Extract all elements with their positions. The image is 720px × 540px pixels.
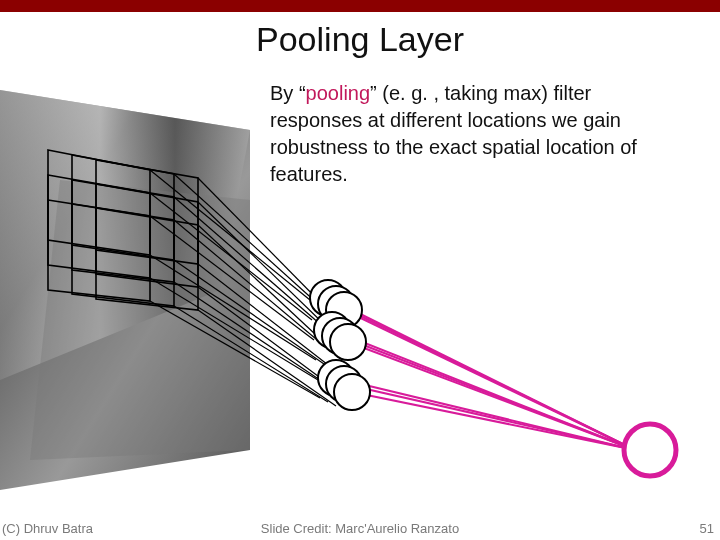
svg-line-35 xyxy=(352,392,635,450)
feature-circles xyxy=(310,280,370,410)
output-node xyxy=(624,424,676,476)
copyright-text: (C) Dhruv Batra xyxy=(2,521,93,536)
svg-line-29 xyxy=(344,310,635,450)
pooling-diagram xyxy=(0,80,720,500)
slide-credit: Slide Credit: Marc'Aurelio Ranzato xyxy=(261,521,459,536)
page-number: 51 xyxy=(700,521,714,536)
input-plane-shade2 xyxy=(30,180,250,460)
svg-point-41 xyxy=(330,324,366,360)
slide-title: Pooling Layer xyxy=(0,20,720,59)
svg-line-32 xyxy=(348,342,635,450)
magenta-connections xyxy=(328,298,635,450)
header-bar xyxy=(0,0,720,12)
svg-point-44 xyxy=(334,374,370,410)
